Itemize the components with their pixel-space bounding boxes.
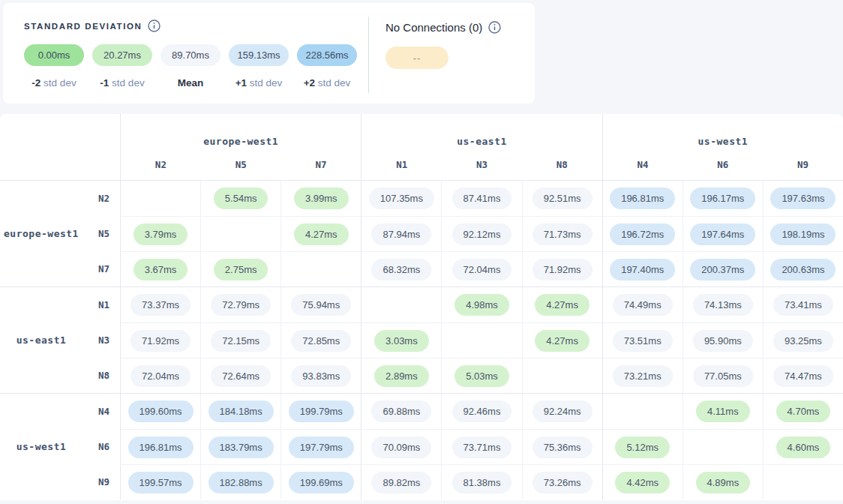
- latency-pill[interactable]: 92.46ms: [452, 400, 512, 422]
- latency-pill[interactable]: 71.92ms: [532, 259, 592, 280]
- latency-pill[interactable]: 4.70ms: [776, 400, 831, 422]
- latency-pill[interactable]: 72.64ms: [211, 365, 271, 387]
- latency-pill[interactable]: 73.37ms: [130, 294, 190, 316]
- latency-pill[interactable]: 71.92ms: [130, 330, 190, 352]
- latency-pill[interactable]: 77.05ms: [693, 365, 753, 387]
- column-header-n2: N2: [121, 159, 201, 170]
- latency-pill[interactable]: 4.27ms: [535, 294, 590, 316]
- legend-item: 20.27ms -1 std dev: [92, 44, 152, 88]
- latency-pill[interactable]: 92.51ms: [532, 188, 592, 209]
- latency-pill[interactable]: 89.82ms: [371, 472, 431, 494]
- latency-pill[interactable]: 198.19ms: [770, 224, 836, 245]
- latency-cell: 75.36ms: [522, 429, 602, 464]
- legend-item: 159.13ms +1 std dev: [229, 44, 289, 88]
- latency-cell: 75.94ms: [280, 287, 361, 322]
- latency-pill[interactable]: 197.63ms: [770, 188, 836, 209]
- latency-cell: 197.64ms: [682, 216, 763, 251]
- latency-cell: [602, 394, 682, 429]
- latency-cell: 2.75ms: [200, 251, 280, 286]
- row-region-label: us-east1: [0, 287, 82, 393]
- latency-pill[interactable]: 73.71ms: [452, 436, 512, 458]
- latency-pill[interactable]: 5.03ms: [454, 365, 509, 387]
- latency-pill[interactable]: 74.49ms: [613, 294, 673, 316]
- latency-pill[interactable]: 72.79ms: [211, 294, 271, 316]
- info-icon[interactable]: [488, 21, 501, 34]
- info-icon[interactable]: [148, 20, 160, 32]
- latency-pill[interactable]: 2.89ms: [374, 365, 429, 387]
- latency-pill[interactable]: 72.15ms: [211, 330, 271, 352]
- latency-pill[interactable]: 196.81ms: [610, 188, 675, 209]
- latency-pill[interactable]: 199.79ms: [289, 400, 354, 422]
- latency-cell: 4.89ms: [682, 464, 763, 500]
- latency-pill[interactable]: 197.64ms: [690, 224, 755, 245]
- band-cells: 199.60ms184.18ms199.79ms69.88ms92.46ms92…: [120, 394, 843, 500]
- latency-pill[interactable]: 199.69ms: [289, 472, 354, 494]
- latency-pill[interactable]: 5.54ms: [214, 188, 268, 209]
- row-group-header: europe-west1N2N5N7: [0, 181, 120, 286]
- latency-cell: [200, 216, 280, 251]
- latency-pill[interactable]: 72.04ms: [130, 365, 190, 387]
- latency-pill[interactable]: 69.88ms: [371, 400, 431, 422]
- latency-cell: 4.27ms: [522, 322, 602, 358]
- latency-pill[interactable]: 200.37ms: [690, 259, 755, 280]
- latency-pill[interactable]: 87.94ms: [371, 224, 431, 245]
- latency-cell: 3.99ms: [280, 181, 361, 216]
- latency-pill[interactable]: 197.79ms: [289, 436, 354, 458]
- latency-pill[interactable]: 4.27ms: [535, 330, 590, 352]
- latency-pill[interactable]: 199.57ms: [128, 472, 194, 494]
- latency-pill[interactable]: 93.25ms: [773, 330, 833, 352]
- latency-pill[interactable]: 73.41ms: [773, 294, 833, 316]
- latency-pill[interactable]: 2.75ms: [214, 259, 268, 280]
- latency-pill[interactable]: 200.63ms: [770, 259, 836, 280]
- latency-pill[interactable]: 182.88ms: [208, 472, 274, 494]
- latency-pill[interactable]: 72.04ms: [452, 259, 512, 280]
- latency-pill[interactable]: 3.79ms: [134, 224, 188, 245]
- latency-pill[interactable]: 199.60ms: [128, 400, 194, 422]
- latency-pill[interactable]: 81.38ms: [452, 472, 512, 494]
- latency-pill[interactable]: 68.32ms: [371, 259, 431, 280]
- latency-pill[interactable]: 4.89ms: [696, 472, 751, 494]
- latency-cell: 198.19ms: [763, 216, 843, 251]
- row-node-labels: N1N3N8: [82, 287, 120, 393]
- latency-pill[interactable]: 87.41ms: [452, 188, 512, 209]
- latency-pill[interactable]: 4.60ms: [776, 436, 831, 458]
- latency-pill[interactable]: 183.79ms: [208, 436, 274, 458]
- latency-pill[interactable]: 3.99ms: [294, 188, 349, 209]
- latency-pill[interactable]: 75.36ms: [532, 436, 592, 458]
- latency-pill[interactable]: 70.09ms: [371, 436, 431, 458]
- latency-pill[interactable]: 196.72ms: [610, 224, 675, 245]
- latency-cell: 72.79ms: [200, 287, 280, 322]
- latency-pill[interactable]: 93.83ms: [291, 365, 351, 387]
- latency-pill[interactable]: 5.12ms: [615, 436, 670, 458]
- latency-pill[interactable]: 184.18ms: [208, 400, 274, 422]
- latency-pill[interactable]: 107.35ms: [369, 188, 434, 209]
- latency-pill[interactable]: 73.21ms: [613, 365, 673, 387]
- latency-pill[interactable]: 92.24ms: [532, 400, 592, 422]
- latency-pill[interactable]: 73.26ms: [532, 472, 592, 494]
- latency-pill[interactable]: 4.98ms: [454, 294, 509, 316]
- latency-cell: 3.03ms: [361, 322, 441, 358]
- latency-pill[interactable]: 4.11ms: [696, 400, 750, 422]
- latency-pill[interactable]: 196.81ms: [128, 436, 194, 458]
- latency-pill[interactable]: 196.17ms: [690, 188, 755, 209]
- latency-pill[interactable]: 4.27ms: [294, 224, 349, 245]
- latency-cell: 184.18ms: [200, 394, 280, 429]
- latency-cell: 71.92ms: [120, 322, 200, 358]
- latency-pill[interactable]: 3.67ms: [134, 259, 188, 280]
- latency-pill[interactable]: 92.12ms: [452, 224, 512, 245]
- latency-cell: 197.40ms: [602, 251, 682, 286]
- latency-pill[interactable]: 71.73ms: [532, 224, 592, 245]
- latency-pill[interactable]: 73.51ms: [613, 330, 673, 352]
- latency-pill[interactable]: 75.94ms: [291, 294, 351, 316]
- latency-pill[interactable]: 197.40ms: [610, 259, 675, 280]
- latency-pill[interactable]: 74.13ms: [693, 294, 753, 316]
- latency-cell: 199.60ms: [120, 394, 200, 429]
- latency-cell: 182.88ms: [200, 464, 280, 500]
- latency-pill[interactable]: 74.47ms: [773, 365, 833, 387]
- latency-pill[interactable]: 4.42ms: [615, 472, 670, 494]
- stddev-label-mean: Mean: [160, 77, 220, 88]
- latency-pill[interactable]: 3.03ms: [374, 330, 429, 352]
- latency-pill[interactable]: 95.90ms: [693, 330, 753, 352]
- latency-pill[interactable]: 72.85ms: [291, 330, 351, 352]
- latency-cell: [280, 251, 361, 286]
